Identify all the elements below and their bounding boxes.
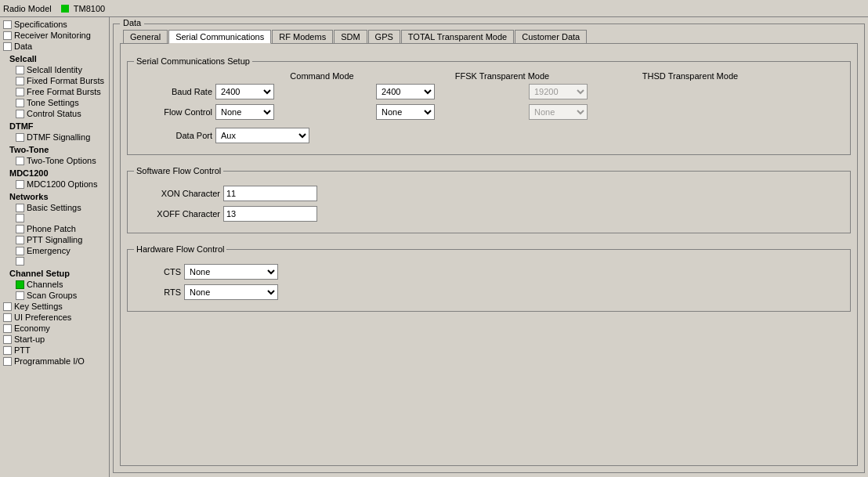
title-bar-value: TM8100 [61,4,105,13]
flow-control-label: Flow Control [134,107,212,117]
checkbox-networks-blank[interactable] [16,214,24,222]
checkbox-scan-groups[interactable] [16,291,24,300]
label-basic-settings: Basic Settings [27,203,81,212]
checkbox-receiver-monitoring[interactable] [3,31,12,40]
flow-control-command-select[interactable]: NoneHardwareSoftware [215,104,274,120]
tab-general[interactable]: General [123,30,168,43]
checkbox-emergency[interactable] [16,247,24,255]
sidebar-item-key-settings[interactable]: Key Settings [0,301,109,312]
checkbox-mdc1200-options[interactable] [16,180,24,189]
label-two-tone-options: Two-Tone Options [27,156,96,165]
sidebar-item-phone-patch[interactable]: Phone Patch [0,223,109,234]
baud-rate-ffsk-select[interactable]: 24004800960019200 [376,84,435,99]
checkbox-basic-settings[interactable] [16,204,24,212]
label-programmable-io: Programmable I/O [14,356,85,366]
tab-serial-communications[interactable]: Serial Communications [168,30,271,44]
sidebar-item-channels[interactable]: Channels [0,279,109,290]
sidebar-item-specifications[interactable]: Specifications [0,19,109,30]
baud-rate-thsd-select[interactable]: 19200 [529,84,588,99]
hardware-flow-title: Hardware Flow Control [134,244,226,254]
sidebar-item-data[interactable]: Data [0,41,109,52]
checkbox-data[interactable] [3,42,12,51]
cts-select[interactable]: NoneHardwareSoftware [184,264,278,280]
label-channels: Channels [27,280,63,289]
xoff-row: XOFF Character [134,206,844,222]
sidebar-item-ui-preferences[interactable]: UI Preferences [0,312,109,323]
xon-row: XON Character [134,186,844,201]
sidebar-item-fixed-format-bursts[interactable]: Fixed Format Bursts [0,75,109,86]
checkbox-specifications[interactable] [3,20,12,29]
checkbox-ui-preferences[interactable] [3,313,12,322]
xoff-input[interactable] [223,206,317,222]
checkbox-tone-settings[interactable] [16,99,24,107]
xoff-label: XOFF Character [134,209,220,219]
sidebar-item-control-status[interactable]: Control Status [0,108,109,119]
sidebar-item-dtmf-signalling[interactable]: DTMF Signalling [0,132,109,143]
rts-row: RTS NoneHardwareSoftware [134,284,844,300]
tab-gps[interactable]: GPS [368,30,400,43]
sidebar-item-mdc1200-options[interactable]: MDC1200 Options [0,179,109,190]
status-indicator [61,5,69,13]
sidebar-item-ptt[interactable]: PTT [0,345,109,356]
baud-rate-command-select[interactable]: 24004800960019200 [215,84,274,99]
radio-model-value: TM8100 [74,4,105,13]
xon-label: XON Character [134,189,220,198]
label-key-settings: Key Settings [14,302,63,311]
label-scan-groups: Scan Groups [27,291,77,300]
checkbox-two-tone-options[interactable] [16,157,24,165]
tab-rf-modems[interactable]: RF Modems [272,30,333,43]
serial-comms-setup: Serial Communications Setup Command Mode… [127,61,851,155]
sidebar-item-emergency-blank[interactable] [0,256,109,266]
sidebar-item-tone-settings[interactable]: Tone Settings [0,97,109,108]
sidebar-item-channel-setup-group[interactable]: Channel Setup [0,266,109,279]
data-port-row: Data Port AuxMainOption [134,128,844,143]
rts-select[interactable]: NoneHardwareSoftware [184,284,278,300]
software-flow-title: Software Flow Control [134,166,223,175]
flow-control-ffsk-select[interactable]: NoneHardwareSoftware [376,104,435,120]
label-specifications: Specifications [14,20,67,29]
checkbox-fixed-format-bursts[interactable] [16,77,24,85]
sidebar-item-mdc1200-group[interactable]: MDC1200 [0,166,109,179]
sidebar-item-networks-blank[interactable] [0,213,109,223]
checkbox-key-settings[interactable] [3,302,12,311]
checkbox-programmable-io[interactable] [3,357,12,366]
checkbox-dtmf-signalling[interactable] [16,133,24,142]
sidebar-item-selcall-identity[interactable]: Selcall Identity [0,64,109,75]
label-economy: Economy [14,323,50,333]
data-port-select[interactable]: AuxMainOption [215,128,309,143]
sidebar-item-selcall-group[interactable]: Selcall [0,52,109,64]
checkbox-ptt-signalling[interactable] [16,236,24,244]
tab-customer-data[interactable]: Customer Data [515,30,587,43]
baud-rate-label: Baud Rate [134,87,212,96]
checkbox-selcall-identity[interactable] [16,66,24,74]
checkbox-channels[interactable] [16,280,24,289]
tabs-bar: General Serial Communications RF Modems … [120,29,858,43]
sidebar-item-receiver-monitoring[interactable]: Receiver Monitoring [0,30,109,41]
checkbox-start-up[interactable] [3,335,12,344]
sidebar-item-dtmf-group[interactable]: DTMF [0,119,109,132]
checkbox-emergency-blank[interactable] [16,257,24,266]
sidebar-item-emergency[interactable]: Emergency [0,245,109,256]
tab-sdm[interactable]: SDM [334,30,367,43]
sidebar-item-scan-groups[interactable]: Scan Groups [0,290,109,301]
sidebar-item-free-format-bursts[interactable]: Free Format Bursts [0,86,109,97]
label-mdc1200-options: MDC1200 Options [27,179,98,189]
sidebar-item-basic-settings[interactable]: Basic Settings [0,202,109,213]
checkbox-control-status[interactable] [16,110,24,118]
xon-input[interactable] [223,186,317,201]
sidebar-item-economy[interactable]: Economy [0,323,109,334]
label-emergency: Emergency [27,246,71,255]
checkbox-phone-patch[interactable] [16,225,24,233]
sidebar-item-programmable-io[interactable]: Programmable I/O [0,356,109,367]
sidebar-item-two-tone-group[interactable]: Two-Tone [0,143,109,155]
sidebar-item-networks-group[interactable]: Networks [0,190,109,202]
sidebar-item-two-tone-options[interactable]: Two-Tone Options [0,155,109,166]
software-flow-section: Software Flow Control XON Character XOFF… [127,171,851,233]
checkbox-ptt[interactable] [3,346,12,355]
checkbox-free-format-bursts[interactable] [16,88,24,96]
sidebar-item-start-up[interactable]: Start-up [0,334,109,345]
checkbox-economy[interactable] [3,324,12,333]
flow-control-thsd-select[interactable]: NoneHardwareSoftware [529,104,588,120]
sidebar-item-ptt-signalling[interactable]: PTT Signalling [0,234,109,245]
tab-total-transparent-mode[interactable]: TOTAL Transparent Mode [401,30,514,43]
